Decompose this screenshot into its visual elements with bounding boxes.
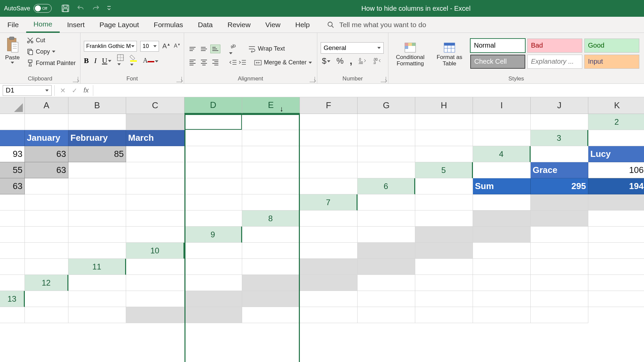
copy-button[interactable]: Copy	[26, 48, 76, 56]
row-header-4[interactable]: 4	[473, 146, 531, 162]
style-check-cell[interactable]: Check Cell	[470, 55, 525, 69]
dialog-launcher-icon[interactable]	[310, 77, 315, 82]
cell-F10[interactable]	[473, 243, 531, 259]
cell-B6[interactable]: Sum	[473, 178, 531, 194]
cell-D12[interactable]	[242, 275, 300, 291]
cell-I8[interactable]	[25, 227, 68, 243]
cell-K13[interactable]	[588, 291, 644, 307]
cell-G4[interactable]	[126, 162, 184, 178]
cell-D13[interactable]	[184, 291, 242, 307]
cell-G12[interactable]	[415, 275, 473, 291]
cell-A8[interactable]	[300, 210, 358, 227]
cell-K14[interactable]	[531, 307, 588, 323]
tab-page-layout[interactable]: Page Layout	[92, 17, 146, 33]
cell-A6[interactable]	[415, 178, 473, 194]
column-header-H[interactable]: H	[415, 97, 473, 114]
redo-icon[interactable]	[91, 4, 101, 12]
cell-J6[interactable]	[184, 194, 242, 210]
cell-J1[interactable]	[473, 114, 531, 130]
cell-G6[interactable]	[25, 194, 68, 210]
cell-C5[interactable]: 106	[588, 162, 644, 178]
underline-button[interactable]: U	[102, 56, 111, 65]
cell-J14[interactable]	[473, 307, 531, 323]
cell-E14[interactable]	[184, 307, 242, 323]
cell-B10[interactable]	[242, 243, 300, 259]
column-header-C[interactable]: C	[126, 97, 184, 114]
tell-me-search[interactable]: Tell me what you want to do	[327, 17, 426, 33]
cell-I5[interactable]	[184, 178, 242, 194]
cell-F1[interactable]	[242, 114, 300, 130]
spreadsheet-grid[interactable]: ABCDEFGHIJK12JanuaryFebruaryMarch3John93…	[0, 97, 644, 339]
undo-icon[interactable]	[76, 4, 85, 12]
cell-I6[interactable]	[126, 194, 184, 210]
tab-review[interactable]: Review	[220, 17, 258, 33]
formula-input[interactable]	[93, 85, 644, 96]
dialog-launcher-icon[interactable]	[381, 77, 386, 82]
tab-home[interactable]: Home	[26, 17, 60, 33]
cell-B12[interactable]	[126, 275, 184, 291]
cell-J13[interactable]	[531, 291, 588, 307]
cell-C3[interactable]: 93	[0, 146, 25, 162]
cell-F6[interactable]	[0, 194, 25, 210]
decrease-decimal-button[interactable]: .00.0	[373, 57, 382, 65]
column-header-A[interactable]: A	[25, 97, 68, 114]
tab-file[interactable]: File	[0, 17, 26, 33]
cell-A3[interactable]	[588, 130, 644, 146]
align-bottom-button[interactable]	[210, 45, 220, 53]
style-bad[interactable]: Bad	[527, 39, 582, 53]
cell-F12[interactable]	[358, 275, 415, 291]
tab-data[interactable]: Data	[191, 17, 220, 33]
orientation-button[interactable]: ab	[229, 42, 238, 56]
decrease-indent-button[interactable]	[229, 59, 237, 66]
cell-K5[interactable]	[300, 178, 358, 194]
cell-F5[interactable]	[25, 178, 68, 194]
cell-J12[interactable]	[588, 275, 644, 291]
wrap-text-button[interactable]: Wrap Text	[247, 45, 285, 53]
cell-I14[interactable]	[415, 307, 473, 323]
cell-H6[interactable]	[68, 194, 126, 210]
format-painter-button[interactable]: Format Painter	[26, 59, 76, 67]
cell-B13[interactable]	[68, 291, 126, 307]
cell-H5[interactable]	[126, 178, 184, 194]
cell-E1[interactable]	[184, 114, 242, 130]
column-header-B[interactable]: B	[68, 97, 126, 114]
cell-D11[interactable]	[300, 259, 358, 275]
cell-H13[interactable]	[415, 291, 473, 307]
dialog-launcher-icon[interactable]	[73, 77, 78, 82]
dialog-launcher-icon[interactable]	[176, 77, 182, 82]
fill-color-button[interactable]	[129, 54, 138, 68]
cell-J10[interactable]	[0, 259, 25, 275]
cancel-icon[interactable]: ✕	[60, 86, 66, 95]
cell-K4[interactable]	[358, 162, 415, 178]
row-header-6[interactable]: 6	[358, 178, 415, 194]
cell-B8[interactable]	[358, 210, 415, 227]
cell-F13[interactable]	[300, 291, 358, 307]
cell-H11[interactable]	[531, 259, 588, 275]
row-header-9[interactable]: 9	[184, 227, 242, 243]
save-icon[interactable]	[61, 4, 70, 13]
cell-A10[interactable]	[184, 243, 242, 259]
cell-C2[interactable]: January	[25, 130, 68, 146]
cell-D9[interactable]	[415, 227, 473, 243]
cell-H7[interactable]	[25, 210, 68, 227]
cell-A9[interactable]	[242, 227, 300, 243]
cell-A14[interactable]	[0, 307, 25, 323]
fx-icon[interactable]: fx	[84, 86, 89, 94]
cell-B9[interactable]	[300, 227, 358, 243]
cell-K10[interactable]	[25, 259, 68, 275]
cell-K9[interactable]	[68, 243, 126, 259]
cell-H2[interactable]	[300, 130, 358, 146]
italic-button[interactable]: I	[94, 56, 97, 65]
cell-C1[interactable]	[68, 114, 126, 130]
cell-A11[interactable]	[126, 259, 184, 275]
cell-E7[interactable]	[588, 194, 644, 210]
cell-C6[interactable]: 295	[531, 178, 588, 194]
cell-J3[interactable]	[358, 146, 415, 162]
tab-insert[interactable]: Insert	[60, 17, 92, 33]
cell-K2[interactable]	[473, 130, 531, 146]
cell-I11[interactable]	[588, 259, 644, 275]
comma-format-button[interactable]: ,	[350, 56, 352, 66]
cell-K1[interactable]	[531, 114, 588, 130]
cell-E10[interactable]	[415, 243, 473, 259]
row-header-10[interactable]: 10	[126, 243, 184, 259]
